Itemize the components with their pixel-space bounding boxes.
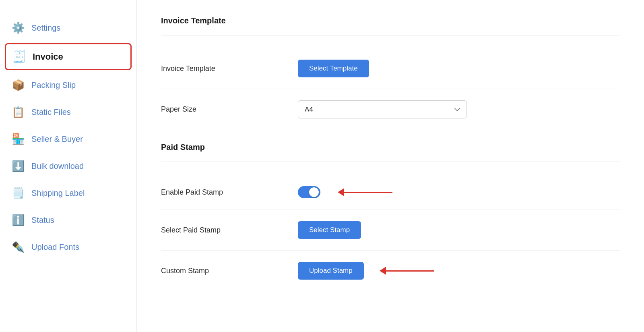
upload-stamp-wrapper: Upload Stamp: [298, 262, 434, 280]
toggle-slider: [298, 186, 320, 198]
sidebar-label-settings: Settings: [31, 23, 60, 33]
select-paid-stamp-row: Select Paid Stamp Select Stamp: [161, 210, 620, 251]
sidebar-label-invoice: Invoice: [33, 52, 63, 62]
invoice-template-label: Invoice Template: [161, 64, 298, 73]
sidebar-label-static-files: Static Files: [31, 108, 71, 117]
select-paid-stamp-label: Select Paid Stamp: [161, 226, 298, 234]
section-divider-2: [161, 162, 620, 162]
toggle-wrapper: [298, 186, 392, 198]
upload-stamp-button[interactable]: Upload Stamp: [298, 262, 364, 280]
sidebar-label-status: Status: [31, 216, 54, 225]
arrow-line-1: [344, 192, 392, 193]
paid-stamp-title: Paid Stamp: [161, 143, 620, 158]
sidebar-label-upload-fonts: Upload Fonts: [31, 243, 79, 252]
packing-slip-icon: 📦: [11, 79, 25, 91]
upload-fonts-icon: ✒️: [11, 241, 25, 253]
sidebar-label-bulk-download: Bulk download: [31, 162, 84, 171]
sidebar-item-upload-fonts[interactable]: ✒️ Upload Fonts: [0, 234, 136, 261]
settings-icon: ⚙️: [11, 22, 25, 34]
sidebar-item-packing-slip[interactable]: 📦 Packing Slip: [0, 72, 136, 99]
custom-stamp-label: Custom Stamp: [161, 267, 298, 275]
select-stamp-button[interactable]: Select Stamp: [298, 221, 361, 239]
main-content: Invoice Template Invoice Template Select…: [137, 0, 644, 332]
seller-buyer-icon: 🏪: [11, 133, 25, 145]
arrow-head-1: [338, 188, 344, 196]
sidebar-item-settings[interactable]: ⚙️ Settings: [0, 15, 136, 42]
sidebar-item-bulk-download[interactable]: ⬇️ Bulk download: [0, 153, 136, 180]
sidebar-item-invoice[interactable]: 🧾 Invoice: [5, 43, 132, 70]
invoice-icon: 🧾: [12, 50, 26, 63]
arrow-head-2: [380, 267, 386, 275]
sidebar-item-status[interactable]: ℹ️ Status: [0, 207, 136, 234]
toggle-arrow-annotation: [338, 188, 392, 196]
paid-stamp-toggle[interactable]: [298, 186, 320, 198]
invoice-template-row: Invoice Template Select Template: [161, 48, 620, 89]
upload-stamp-arrow-annotation: [380, 267, 434, 275]
invoice-template-section: Invoice Template Invoice Template Select…: [161, 16, 620, 130]
shipping-label-icon: 🗒️: [11, 187, 25, 199]
select-paid-stamp-control: Select Stamp: [298, 221, 620, 239]
custom-stamp-control: Upload Stamp: [298, 262, 620, 280]
paid-stamp-header: Paid Stamp: [161, 143, 620, 158]
paper-size-label: Paper Size: [161, 105, 298, 114]
static-files-icon: 📋: [11, 106, 25, 118]
invoice-template-control: Select Template: [298, 60, 620, 77]
enable-paid-stamp-control: [298, 186, 620, 198]
sidebar-label-shipping-label: Shipping Label: [31, 189, 85, 198]
sidebar-item-shipping-label[interactable]: 🗒️ Shipping Label: [0, 180, 136, 207]
sidebar-label-packing-slip: Packing Slip: [31, 81, 76, 90]
custom-stamp-row: Custom Stamp Upload Stamp: [161, 251, 620, 291]
arrow-line-2: [386, 270, 434, 272]
status-icon: ℹ️: [11, 214, 25, 226]
paper-size-row: Paper Size A4 Letter Legal: [161, 89, 620, 130]
sidebar-label-seller-buyer: Seller & Buyer: [31, 135, 83, 144]
paid-stamp-section: Paid Stamp Enable Paid Stamp: [161, 143, 620, 291]
bulk-download-icon: ⬇️: [11, 160, 25, 172]
sidebar-item-static-files[interactable]: 📋 Static Files: [0, 99, 136, 126]
enable-paid-stamp-row: Enable Paid Stamp: [161, 175, 620, 210]
section-divider-1: [161, 35, 620, 35]
enable-paid-stamp-label: Enable Paid Stamp: [161, 188, 298, 197]
invoice-template-title: Invoice Template: [161, 16, 620, 32]
select-template-button[interactable]: Select Template: [298, 60, 369, 77]
sidebar: ⚙️ Settings 🧾 Invoice 📦 Packing Slip 📋 S…: [0, 0, 137, 332]
invoice-template-header: Invoice Template: [161, 16, 620, 32]
sidebar-item-seller-buyer[interactable]: 🏪 Seller & Buyer: [0, 126, 136, 153]
paper-size-control: A4 Letter Legal: [298, 100, 620, 118]
paper-size-select[interactable]: A4 Letter Legal: [298, 100, 467, 118]
